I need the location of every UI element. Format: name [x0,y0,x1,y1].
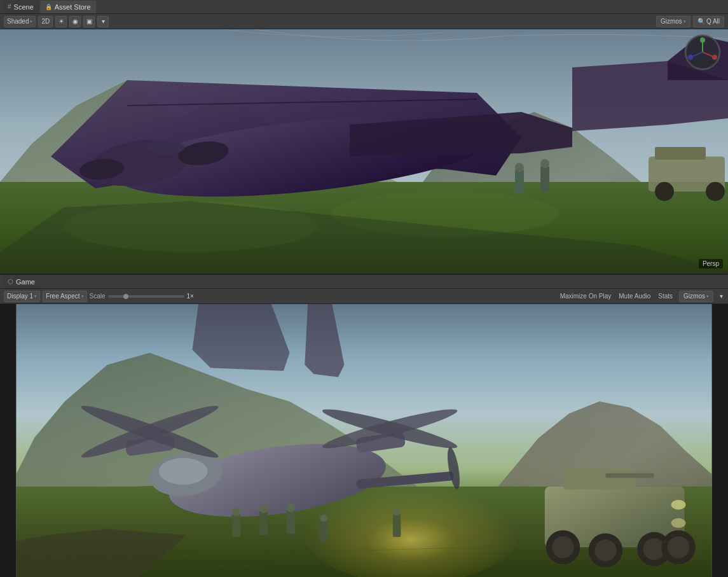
svg-point-69 [232,508,240,516]
search-scene-icon: 🔍 [697,18,705,25]
game-viewport[interactable] [0,304,728,577]
sun-icon: ☀ [58,18,64,25]
game-tab-bar: ⬡ Game [0,275,728,289]
svg-rect-70 [259,511,268,535]
svg-rect-68 [232,514,240,537]
scene-tab-bar: # Scene 🔒 Asset Store [0,0,728,14]
2d-label: 2D [41,18,50,25]
game-gizmos-chevron-icon: ▾ [706,294,709,299]
shading-label: Shaded [7,18,29,25]
aspect-label: Free Aspect [46,293,79,300]
more-scene-icon: ▾ [102,18,105,25]
sun-button[interactable]: ☀ [55,16,67,27]
svg-point-75 [393,508,400,515]
svg-text:Z: Z [689,53,691,57]
svg-point-73 [287,503,295,511]
game-tab-icon: ⬡ [8,278,13,285]
svg-point-67 [668,536,689,558]
gizmos-chevron-icon: ▾ [683,19,686,24]
svg-point-21 [515,163,524,172]
more-scene-button[interactable]: ▾ [97,16,109,27]
svg-point-58 [671,500,686,510]
display-chevron-icon: ▾ [34,294,37,299]
svg-point-59 [671,518,686,527]
maximize-on-play-button[interactable]: Maximize On Play [559,292,613,300]
image-icon: ▣ [86,18,92,25]
audio-button[interactable]: ◉ [69,16,81,27]
2d-button[interactable]: 2D [38,16,53,27]
q-all-button[interactable]: 🔍 Q All [693,16,724,27]
svg-point-12 [146,139,184,155]
audio-icon: ◉ [72,18,78,25]
gizmos-label: Gizmos [661,18,682,25]
svg-point-19 [706,182,725,201]
q-all-label: Q All [706,18,720,25]
game-view-svg [0,304,728,577]
asset-store-tab[interactable]: 🔒 Asset Store [40,1,96,13]
shading-chevron-icon: ▾ [30,19,32,24]
scale-slider[interactable] [108,295,184,298]
svg-rect-57 [605,473,654,478]
svg-rect-56 [563,468,636,489]
gizmo-svg: Y X Z [685,35,720,69]
svg-point-44 [159,458,207,485]
persp-label: Persp [699,259,723,268]
svg-rect-22 [540,166,549,191]
scene-panel: # Scene 🔒 Asset Store Shaded ▾ 2D ☀ ◉ ▣ … [0,0,728,274]
svg-rect-72 [287,510,295,534]
svg-point-77 [320,515,327,522]
asset-store-tab-label: Asset Store [55,3,91,11]
scene-toolbar-right: Gizmos ▾ 🔍 Q All [656,16,724,27]
scale-container: Scale 1× [90,293,194,300]
game-gizmos-label: Gizmos [683,293,705,300]
shading-dropdown[interactable]: Shaded ▾ [4,16,36,27]
scale-thumb [123,294,128,299]
scene-tab-icon: # [8,3,11,10]
svg-point-71 [259,504,268,513]
scene-tab-label: Scene [14,3,34,11]
mute-audio-button[interactable]: Mute Audio [617,292,652,300]
svg-rect-17 [655,147,706,160]
aspect-dropdown[interactable]: Free Aspect ▾ [43,291,86,302]
game-tab-label: Game [16,278,35,286]
game-toolbar: Display 1 ▾ Free Aspect ▾ Scale 1× Maxim… [0,289,728,304]
lock-icon: 🔒 [45,4,52,10]
scene-toolbar: Shaded ▾ 2D ☀ ◉ ▣ ▾ Gizmos ▾ 🔍 Q All [0,14,728,29]
svg-point-18 [655,182,674,201]
gizmo-circle: Y X Z [685,34,720,70]
stats-button[interactable]: Stats [657,292,674,300]
game-tab[interactable]: ⬡ Game [3,275,40,288]
svg-point-23 [540,159,549,168]
more-game-button[interactable]: ▾ [718,292,724,300]
svg-rect-74 [393,514,401,537]
game-gizmos-button[interactable]: Gizmos ▾ [679,291,713,302]
scale-label: Scale [90,293,106,300]
svg-rect-20 [515,169,524,193]
image-button[interactable]: ▣ [83,16,95,27]
scale-value: 1× [187,293,194,300]
svg-point-63 [594,539,616,561]
gizmos-button[interactable]: Gizmos ▾ [656,16,690,27]
display-dropdown[interactable]: Display 1 ▾ [4,291,40,302]
scene-tab[interactable]: # Scene [3,1,39,13]
svg-point-61 [552,536,573,558]
scene-view-svg [0,29,728,274]
game-toolbar-right: Maximize On Play Mute Audio Stats Gizmos… [559,291,724,302]
aspect-chevron-icon: ▾ [81,294,84,299]
orientation-gizmo[interactable]: Y X Z [685,34,723,73]
svg-marker-54 [193,304,290,371]
display-label: Display 1 [7,293,33,300]
game-panel: ⬡ Game Display 1 ▾ Free Aspect ▾ Scale 1… [0,275,728,577]
svg-rect-76 [320,520,327,541]
scene-viewport[interactable]: Persp Y X Z [0,29,728,274]
